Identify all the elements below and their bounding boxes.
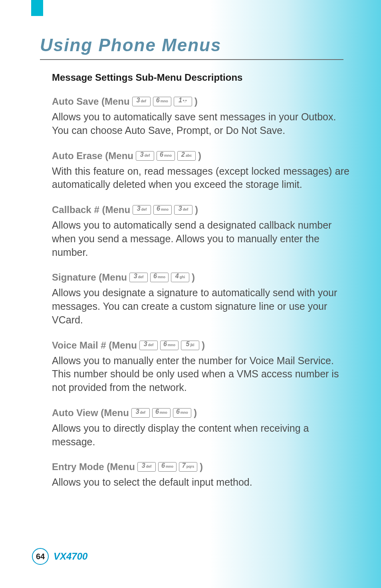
subheading-label: Signature (Menu bbox=[52, 272, 127, 283]
subheading-auto-erase: Auto Erase (Menu 3def 6mno 2abc ) bbox=[52, 150, 349, 161]
phone-key: 7pqrs bbox=[179, 462, 197, 472]
key-sequence: 3def 6mno 1ᵒ.ᵒ bbox=[132, 97, 192, 106]
key-sequence: 3def 6mno 4ghi bbox=[129, 273, 189, 282]
subheading-entry-mode: Entry Mode (Menu 3def 6mno 7pqrs ) bbox=[52, 461, 349, 472]
close-paren: ) bbox=[198, 150, 201, 161]
phone-key: 3def bbox=[174, 205, 192, 215]
close-paren: ) bbox=[192, 272, 195, 283]
subheading-auto-view: Auto View (Menu 3def 6mno 6mno ) bbox=[52, 407, 349, 419]
phone-key: 6mno bbox=[153, 205, 172, 215]
subheading-label: Auto View (Menu bbox=[52, 407, 129, 419]
phone-key: 3def bbox=[132, 97, 151, 106]
subheading-voice-mail: Voice Mail # (Menu 3def 6mno 5jkl ) bbox=[52, 340, 349, 351]
key-sequence: 3def 6mno 3def bbox=[133, 205, 192, 215]
subheading-callback: Callback # (Menu 3def 6mno 3def ) bbox=[52, 204, 349, 215]
phone-key: 6mno bbox=[153, 97, 171, 106]
close-paren: ) bbox=[200, 461, 203, 472]
subheading-label: Voice Mail # (Menu bbox=[52, 340, 137, 351]
phone-key: 4ghi bbox=[171, 273, 189, 282]
body-text: Allows you to directly display the conte… bbox=[52, 422, 349, 449]
content-area: Message Settings Sub-Menu Descriptions A… bbox=[52, 72, 349, 489]
close-paren: ) bbox=[194, 96, 198, 107]
page-title: Using Phone Menus bbox=[40, 35, 221, 55]
phone-key: 3def bbox=[137, 462, 156, 472]
body-text: Allows you to manually enter the number … bbox=[52, 354, 349, 395]
section-heading: Message Settings Sub-Menu Descriptions bbox=[52, 72, 349, 83]
footer: 64 VX4700 bbox=[32, 548, 87, 565]
close-paren: ) bbox=[194, 407, 197, 419]
body-text: With this feature on, read messages (exc… bbox=[52, 165, 349, 192]
title-underline bbox=[40, 59, 343, 60]
key-sequence: 3def 6mno 6mno bbox=[131, 408, 191, 418]
phone-key: 3def bbox=[139, 341, 158, 350]
phone-key: 6mno bbox=[160, 341, 179, 350]
page-number: 64 bbox=[32, 548, 49, 565]
phone-key: 6mno bbox=[173, 408, 191, 418]
close-paren: ) bbox=[202, 340, 205, 351]
key-sequence: 3def 6mno 7pqrs bbox=[137, 462, 197, 472]
body-text: Allows you designate a signature to auto… bbox=[52, 286, 349, 327]
phone-key: 2abc bbox=[177, 151, 196, 161]
key-sequence: 3def 6mno 2abc bbox=[136, 151, 196, 161]
phone-key: 6mno bbox=[158, 462, 177, 472]
body-text: Allows you to automatically send a desig… bbox=[52, 219, 349, 259]
subheading-label: Callback # (Menu bbox=[52, 204, 130, 215]
header-tab bbox=[31, 0, 43, 16]
phone-key: 6mno bbox=[152, 408, 171, 418]
subheading-auto-save: Auto Save (Menu 3def 6mno 1ᵒ.ᵒ ) bbox=[52, 96, 349, 107]
model-label: VX4700 bbox=[54, 551, 87, 562]
phone-key: 5jkl bbox=[181, 341, 199, 350]
phone-key: 1ᵒ.ᵒ bbox=[174, 97, 192, 106]
phone-key: 3def bbox=[133, 205, 151, 215]
subheading-label: Auto Erase (Menu bbox=[52, 150, 133, 161]
subheading-signature: Signature (Menu 3def 6mno 4ghi ) bbox=[52, 272, 349, 283]
phone-key: 3def bbox=[129, 273, 148, 282]
key-sequence: 3def 6mno 5jkl bbox=[139, 341, 199, 350]
close-paren: ) bbox=[195, 204, 198, 215]
subheading-label: Auto Save (Menu bbox=[52, 96, 130, 107]
phone-key: 6mno bbox=[157, 151, 175, 161]
phone-key: 3def bbox=[131, 408, 150, 418]
subheading-label: Entry Mode (Menu bbox=[52, 461, 135, 472]
body-text: Allows you to select the default input m… bbox=[52, 476, 349, 489]
phone-key: 6mno bbox=[150, 273, 169, 282]
body-text: Allows you to automatically save sent me… bbox=[52, 110, 349, 138]
phone-key: 3def bbox=[136, 151, 154, 161]
